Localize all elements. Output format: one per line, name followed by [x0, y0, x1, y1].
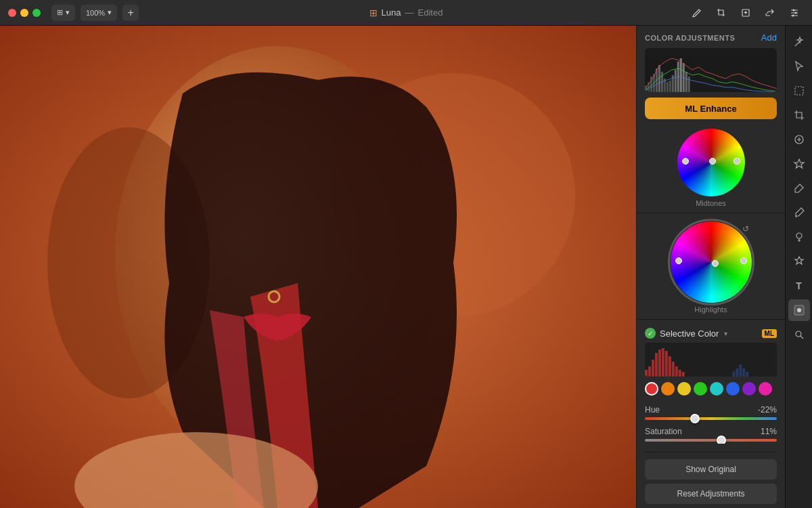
hue-label: Hue — [645, 405, 660, 415]
bottom-buttons: Show Original Reset Adjustments — [637, 444, 785, 508]
ml-enhance-button[interactable]: ML Enhance — [645, 98, 777, 119]
sliders-btn[interactable] — [785, 3, 804, 22]
selective-color-chevron[interactable]: ▾ — [724, 330, 727, 337]
swatch-red[interactable] — [645, 382, 658, 396]
view-chevron: ▾ — [66, 8, 70, 17]
brush-tool-btn[interactable] — [788, 202, 810, 224]
selective-color-ml-badge: ML — [762, 329, 777, 338]
svg-rect-20 — [669, 81, 671, 92]
window-title: ⊞ Luna — Edited — [369, 7, 443, 18]
star-tool-btn[interactable] — [788, 153, 810, 175]
swatch-pink[interactable] — [759, 382, 772, 396]
crop-btn[interactable] — [712, 3, 731, 22]
svg-rect-45 — [746, 372, 748, 377]
svg-rect-24 — [680, 58, 682, 92]
magic-tool-btn[interactable] — [788, 31, 810, 53]
adjustments-tool-btn[interactable] — [788, 299, 810, 321]
swatch-blue[interactable] — [726, 382, 740, 396]
crop-tool-btn[interactable] — [788, 104, 810, 126]
saturation-slider-track[interactable] — [645, 439, 777, 442]
highlights-reset-icon[interactable]: ↺ — [742, 224, 749, 234]
export-btn[interactable] — [736, 3, 755, 22]
midtones-left-handle[interactable] — [682, 158, 689, 165]
hue-slider-thumb[interactable] — [690, 414, 700, 423]
swatch-cyan[interactable] — [710, 382, 723, 396]
type-tool-btn[interactable]: T — [788, 275, 810, 297]
ml-enhance-label: ML Enhance — [685, 104, 736, 114]
midtones-wheel[interactable] — [677, 129, 745, 196]
selective-color-histogram — [645, 343, 777, 377]
eraser-tool-btn[interactable] — [788, 177, 810, 199]
zoom-chevron: ▾ — [108, 8, 112, 17]
hue-slider-row: Hue -22% — [637, 402, 785, 424]
svg-point-2 — [795, 12, 797, 14]
adjustments-panel: COLOR ADJUSTMENTS Add — [637, 26, 785, 444]
add-button[interactable]: + — [122, 5, 139, 21]
svg-rect-43 — [739, 364, 742, 377]
view-icon: ⊞ — [57, 8, 63, 17]
svg-rect-22 — [675, 70, 677, 92]
minimize-button[interactable] — [20, 9, 28, 17]
zoom-selector[interactable]: 100% ▾ — [81, 5, 117, 21]
svg-rect-39 — [679, 370, 681, 377]
edit-status: — — [405, 7, 414, 18]
svg-rect-42 — [736, 368, 738, 377]
histogram — [645, 48, 777, 92]
svg-rect-32 — [655, 353, 658, 377]
highlights-label: Highlights — [694, 305, 727, 314]
highlights-left-handle[interactable] — [675, 257, 682, 264]
svg-rect-29 — [645, 370, 648, 377]
color-picker-btn[interactable] — [788, 226, 810, 248]
swatch-yellow[interactable] — [677, 382, 691, 396]
divider-bottom — [645, 452, 777, 452]
pen-nib-btn[interactable] — [788, 251, 810, 272]
svg-rect-35 — [665, 351, 668, 377]
svg-rect-40 — [682, 372, 685, 377]
view-selector[interactable]: ⊞ ▾ — [51, 5, 75, 21]
selection-tool-btn[interactable] — [788, 80, 810, 102]
reset-adjustments-button[interactable]: Reset Adjustments — [645, 484, 777, 504]
divider-1 — [637, 213, 785, 213]
svg-rect-27 — [688, 77, 690, 92]
add-adjustment-link[interactable]: Add — [761, 33, 777, 43]
midtones-outer-handle[interactable] — [734, 158, 740, 165]
add-icon: + — [127, 7, 133, 19]
swatch-orange[interactable] — [661, 382, 675, 396]
canvas-area[interactable] — [0, 26, 636, 508]
svg-point-50 — [797, 308, 801, 312]
photo-display — [0, 26, 636, 508]
title-bar: ⊞ ▾ 100% ▾ + ⊞ Luna — Edited — [0, 0, 812, 26]
show-original-button[interactable]: Show Original — [645, 459, 777, 480]
svg-point-1 — [793, 9, 795, 11]
maximize-button[interactable] — [32, 9, 41, 17]
swatch-purple[interactable] — [742, 382, 756, 396]
right-panel: COLOR ADJUSTMENTS Add — [636, 26, 785, 508]
hue-slider-track[interactable] — [645, 417, 777, 420]
saturation-label: Saturation — [645, 427, 682, 436]
svg-point-3 — [792, 14, 794, 16]
search-tool-btn[interactable] — [788, 324, 810, 345]
midtones-handle[interactable] — [709, 158, 716, 165]
highlights-outer-handle[interactable] — [740, 257, 747, 264]
close-button[interactable] — [8, 9, 16, 17]
swatch-green[interactable] — [694, 382, 707, 396]
panel-header: COLOR ADJUSTMENTS Add — [637, 26, 785, 48]
title-bar-right — [687, 3, 804, 22]
filter-tool-btn[interactable] — [788, 129, 810, 150]
divider-2 — [637, 319, 785, 320]
selective-color-check[interactable]: ✓ — [645, 328, 656, 339]
saturation-value: 11% — [761, 427, 777, 436]
right-toolbar: T — [785, 26, 812, 508]
highlights-center-handle[interactable] — [712, 260, 719, 267]
cursor-tool-btn[interactable] — [788, 56, 810, 77]
svg-rect-26 — [685, 72, 687, 92]
zoom-value: 100% — [86, 9, 105, 17]
saturation-slider-thumb[interactable] — [717, 436, 726, 444]
share-btn[interactable] — [761, 3, 780, 22]
highlights-wheel[interactable] — [671, 221, 752, 303]
pen-tool-btn[interactable] — [687, 3, 706, 22]
selective-color-left: ✓ Selective Color ▾ — [645, 328, 727, 339]
svg-rect-31 — [652, 360, 654, 377]
svg-rect-38 — [675, 366, 678, 377]
svg-rect-28 — [645, 343, 777, 377]
